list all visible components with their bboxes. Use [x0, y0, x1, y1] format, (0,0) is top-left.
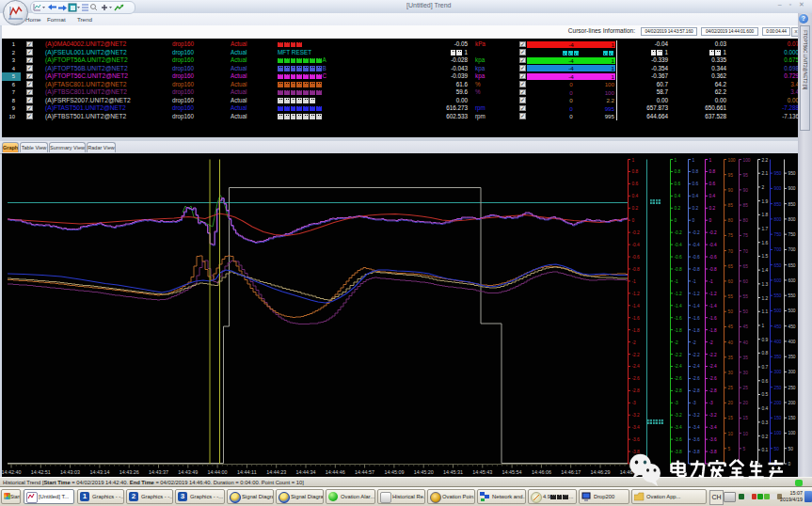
- svg-text:14:44:11: 14:44:11: [237, 469, 257, 475]
- svg-text:950: 950: [788, 171, 796, 176]
- svg-text:95: 95: [743, 173, 749, 178]
- svg-text:-1.6: -1.6: [632, 316, 641, 321]
- svg-text:80: 80: [743, 218, 749, 223]
- svg-text:400: 400: [788, 340, 796, 344]
- svg-text:1: 1: [632, 158, 635, 163]
- svg-text:75: 75: [743, 233, 749, 238]
- svg-text:-0.2: -0.2: [675, 230, 683, 235]
- svg-text:-1: -1: [675, 279, 679, 284]
- svg-text:95: 95: [728, 173, 734, 178]
- svg-text:0.2: 0.2: [632, 206, 639, 211]
- svg-text:-0.6: -0.6: [632, 255, 641, 260]
- svg-text:-2.2: -2.2: [693, 353, 701, 357]
- svg-text:-1: -1: [632, 279, 637, 284]
- svg-text:0.3: 0.3: [762, 420, 769, 425]
- svg-text:-2.8: -2.8: [675, 388, 683, 393]
- svg-text:900: 900: [788, 186, 796, 191]
- svg-text:150: 150: [774, 416, 782, 420]
- svg-text:-3.6: -3.6: [632, 437, 641, 442]
- svg-text:350: 350: [788, 355, 796, 359]
- svg-text:0.8: 0.8: [675, 169, 681, 174]
- svg-text:0.4: 0.4: [693, 194, 699, 198]
- svg-text:0.2: 0.2: [675, 206, 681, 211]
- svg-text:100: 100: [728, 158, 736, 163]
- svg-text:-3.6: -3.6: [675, 437, 683, 442]
- svg-text:-2: -2: [709, 340, 714, 345]
- svg-text:-2.8: -2.8: [693, 388, 701, 393]
- svg-text:-2.6: -2.6: [693, 376, 701, 381]
- svg-text:0.4: 0.4: [762, 406, 769, 411]
- svg-text:-1.8: -1.8: [709, 328, 718, 333]
- svg-text:1.9: 1.9: [762, 199, 769, 204]
- svg-text:850: 850: [788, 202, 796, 207]
- svg-text:0.2: 0.2: [693, 206, 699, 211]
- svg-text:0.8: 0.8: [693, 169, 699, 174]
- svg-text:1.7: 1.7: [762, 227, 769, 231]
- svg-text:0.4: 0.4: [632, 194, 639, 198]
- svg-text:-2.2: -2.2: [632, 353, 641, 357]
- svg-text:30: 30: [728, 371, 734, 375]
- svg-text:55: 55: [743, 294, 749, 299]
- svg-text:-3.4: -3.4: [632, 425, 641, 430]
- svg-text:10: 10: [743, 432, 749, 436]
- svg-text:-3.2: -3.2: [632, 413, 641, 418]
- svg-text:-1.8: -1.8: [675, 328, 683, 333]
- svg-text:-2.2: -2.2: [675, 353, 683, 357]
- svg-text:-2.8: -2.8: [709, 388, 718, 393]
- svg-text:-1.8: -1.8: [632, 328, 641, 333]
- svg-text:35: 35: [728, 356, 734, 360]
- svg-text:-2.6: -2.6: [709, 376, 718, 381]
- svg-text:800: 800: [774, 217, 782, 222]
- svg-text:-3.2: -3.2: [709, 413, 718, 418]
- svg-text:1: 1: [709, 158, 712, 163]
- svg-text:0.7: 0.7: [762, 365, 769, 370]
- svg-text:65: 65: [728, 264, 734, 269]
- svg-text:15: 15: [728, 416, 734, 420]
- svg-text:-2.6: -2.6: [632, 376, 641, 381]
- svg-text:1.4: 1.4: [762, 268, 769, 273]
- svg-text:14:42:51: 14:42:51: [31, 469, 51, 475]
- svg-text:65: 65: [743, 264, 749, 269]
- svg-text:100: 100: [774, 431, 782, 435]
- svg-text:0.2: 0.2: [762, 435, 769, 439]
- svg-text:0: 0: [675, 218, 677, 223]
- svg-text:-2.2: -2.2: [709, 353, 718, 357]
- svg-text:500: 500: [774, 308, 782, 313]
- svg-text:-3.6: -3.6: [693, 437, 701, 442]
- svg-text:0.6: 0.6: [632, 182, 639, 186]
- svg-text:80: 80: [728, 218, 734, 223]
- svg-text:60: 60: [728, 279, 734, 284]
- svg-text:-1.2: -1.2: [632, 292, 641, 296]
- svg-text:0.6: 0.6: [675, 182, 681, 186]
- svg-text:14:44:23: 14:44:23: [266, 469, 286, 475]
- svg-text:-1.4: -1.4: [675, 304, 683, 308]
- svg-text:550: 550: [788, 293, 796, 298]
- svg-text:14:44:57: 14:44:57: [355, 469, 374, 475]
- svg-text:45: 45: [728, 324, 734, 329]
- svg-text:450: 450: [774, 324, 782, 329]
- svg-text:25: 25: [743, 386, 749, 390]
- svg-text:-1.6: -1.6: [675, 316, 683, 321]
- svg-text:50: 50: [774, 447, 780, 451]
- svg-text:850: 850: [774, 202, 782, 207]
- svg-text:-0.4: -0.4: [709, 243, 718, 247]
- svg-text:-0.2: -0.2: [709, 230, 718, 235]
- svg-text:600: 600: [788, 278, 796, 283]
- svg-text:0.8: 0.8: [632, 169, 639, 174]
- svg-text:50: 50: [743, 309, 749, 314]
- svg-text:-1: -1: [709, 279, 714, 284]
- svg-text:-2.4: -2.4: [709, 364, 718, 369]
- svg-text:50: 50: [728, 309, 734, 314]
- svg-text:-0.6: -0.6: [675, 255, 683, 260]
- svg-text:45: 45: [743, 324, 749, 329]
- svg-text:-1.4: -1.4: [632, 304, 641, 308]
- svg-text:800: 800: [788, 217, 796, 222]
- svg-text:0: 0: [709, 218, 712, 223]
- svg-text:750: 750: [788, 232, 796, 237]
- svg-text:2.2: 2.2: [762, 158, 769, 163]
- svg-text:14:43:14: 14:43:14: [89, 469, 109, 475]
- svg-text:25: 25: [728, 386, 734, 390]
- svg-text:-1.2: -1.2: [709, 292, 718, 296]
- svg-text:350: 350: [774, 355, 782, 359]
- svg-text:-3.2: -3.2: [675, 413, 683, 418]
